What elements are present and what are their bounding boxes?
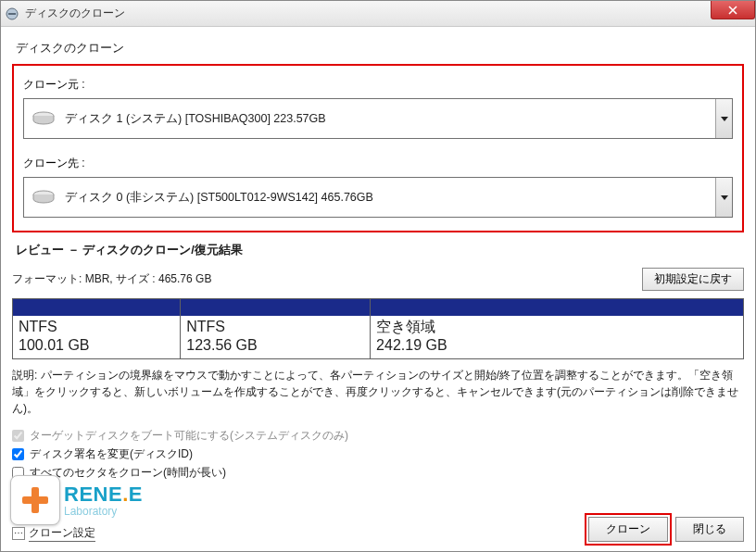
partition-column[interactable]: NTFS123.56 GB bbox=[181, 299, 371, 358]
partition-header bbox=[371, 299, 743, 316]
partition-preview[interactable]: NTFS100.01 GBNTFS123.56 GB空き領域242.19 GB bbox=[12, 298, 744, 359]
partition-column[interactable]: 空き領域242.19 GB bbox=[371, 299, 743, 358]
source-label: クローン元 : bbox=[23, 77, 733, 93]
client-area: ディスクのクローン クローン元 : ディスク 1 (システム) [TOSHIBA… bbox=[1, 27, 755, 493]
hard-disk-icon bbox=[32, 110, 56, 127]
titlebar: ディスクのクローン bbox=[1, 1, 755, 27]
bottom-buttons: クローン 閉じる bbox=[588, 517, 744, 542]
format-row: フォーマット: MBR, サイズ : 465.76 GB 初期設定に戻す bbox=[12, 268, 744, 291]
format-text: フォーマット: MBR, サイズ : 465.76 GB bbox=[12, 271, 211, 287]
window-close-button[interactable] bbox=[711, 1, 755, 19]
partition-size: 242.19 GB bbox=[376, 336, 737, 355]
partition-name: NTFS bbox=[186, 318, 364, 336]
close-button[interactable]: 閉じる bbox=[675, 517, 744, 542]
partition-body: NTFS100.01 GB bbox=[13, 316, 180, 358]
app-icon bbox=[5, 6, 19, 21]
clone-button[interactable]: クローン bbox=[588, 517, 668, 542]
partition-size: 123.56 GB bbox=[186, 336, 364, 355]
option-allsector[interactable]: すべてのセクタをクローン(時間が長い) bbox=[12, 465, 744, 481]
target-label: クローン先 : bbox=[23, 156, 733, 171]
source-disk-text: ディスク 1 (システム) [TOSHIBAQ300] 223.57GB bbox=[65, 111, 724, 127]
explanation-text: 説明: パーティションの境界線をマウスで動かすことによって、各パーティションのサ… bbox=[12, 367, 744, 417]
logo-subtext: Laboratory bbox=[64, 505, 143, 518]
target-disk-combo[interactable]: ディスク 0 (非システム) [ST500LT012-9WS142] 465.7… bbox=[23, 177, 733, 218]
partition-name: 空き領域 bbox=[376, 318, 737, 336]
app-window: ディスクのクローン ディスクのクローン クローン元 : ディスク 1 (システム… bbox=[0, 0, 756, 552]
option-bootable-checkbox bbox=[12, 430, 24, 442]
target-disk-text: ディスク 0 (非システム) [ST500LT012-9WS142] 465.7… bbox=[65, 190, 724, 206]
svg-rect-1 bbox=[8, 13, 16, 15]
option-disksig-label: ディスク署名を変更(ディスクID) bbox=[30, 446, 193, 462]
disk-selection-group: クローン元 : ディスク 1 (システム) [TOSHIBAQ300] 223.… bbox=[12, 64, 744, 232]
source-disk-combo[interactable]: ディスク 1 (システム) [TOSHIBAQ300] 223.57GB bbox=[23, 98, 733, 139]
svg-rect-5 bbox=[22, 496, 48, 504]
clone-settings-link[interactable]: ⋯ クローン設定 bbox=[12, 525, 95, 542]
partition-header bbox=[181, 299, 370, 316]
option-allsector-checkbox[interactable] bbox=[12, 467, 24, 479]
review-heading: レビュー － ディスクのクローン/復元結果 bbox=[16, 242, 744, 258]
chevron-down-icon bbox=[715, 99, 732, 138]
option-bootable-label: ターゲットディスクをブート可能にする(システムディスクのみ) bbox=[30, 428, 348, 444]
partition-name: NTFS bbox=[19, 318, 174, 336]
option-bootable: ターゲットディスクをブート可能にする(システムディスクのみ) bbox=[12, 428, 744, 444]
clone-settings-label: クローン設定 bbox=[29, 525, 95, 542]
reset-defaults-button[interactable]: 初期設定に戻す bbox=[642, 268, 744, 291]
partition-body: NTFS123.56 GB bbox=[181, 316, 370, 358]
option-allsector-label: すべてのセクタをクローン(時間が長い) bbox=[30, 465, 226, 481]
window-title: ディスクのクローン bbox=[25, 6, 125, 21]
partition-column[interactable]: NTFS100.01 GB bbox=[13, 299, 181, 358]
partition-header bbox=[13, 299, 180, 316]
partition-body: 空き領域242.19 GB bbox=[371, 316, 743, 358]
bottom-controls: ⋯ クローン設定 クローン 閉じる bbox=[12, 517, 744, 542]
partition-size: 100.01 GB bbox=[19, 336, 174, 355]
chevron-down-icon bbox=[715, 178, 732, 217]
option-disksig-checkbox[interactable] bbox=[12, 448, 24, 460]
option-disksig[interactable]: ディスク署名を変更(ディスクID) bbox=[12, 446, 744, 462]
page-title: ディスクのクローン bbox=[16, 40, 744, 56]
close-icon bbox=[728, 6, 737, 15]
hard-disk-icon bbox=[32, 189, 56, 206]
settings-icon: ⋯ bbox=[12, 527, 25, 540]
